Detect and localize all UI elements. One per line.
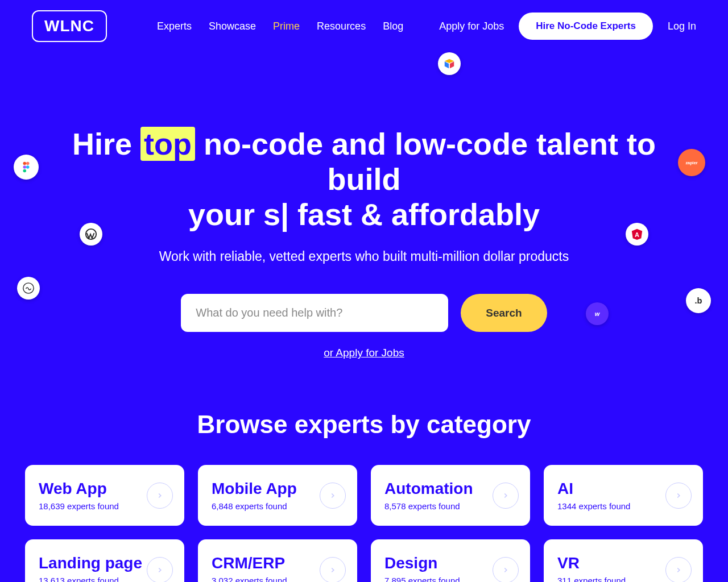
svg-point-7 (23, 169, 27, 173)
svg-text:.b: .b (694, 296, 702, 305)
hero-post: no-code and low-code talent to build (204, 127, 656, 196)
hero-highlight: top (140, 127, 195, 161)
category-card[interactable]: Web App18,639 experts found (25, 465, 184, 526)
tilda-icon (17, 277, 40, 300)
category-card[interactable]: Automation8,578 experts found (371, 465, 530, 526)
svg-text:w: w (595, 310, 601, 317)
chevron-right-icon (665, 483, 692, 509)
airtable-icon (438, 52, 461, 75)
category-card[interactable]: CRM/ERP3,032 experts found (198, 539, 357, 582)
primary-nav: Experts Showcase Prime Resources Blog (157, 20, 403, 32)
svg-text:A: A (635, 231, 639, 238)
category-card[interactable]: AI1344 experts found (544, 465, 703, 526)
hero-pre: Hire (72, 127, 132, 161)
typing-cursor: | (280, 197, 289, 231)
chevron-right-icon (320, 483, 346, 509)
chevron-right-icon (147, 557, 173, 582)
category-card[interactable]: Landing page13,613 experts found (25, 539, 184, 582)
zapier-icon: zapier (678, 149, 705, 176)
chevron-right-icon (493, 557, 519, 582)
hero-line2-post: fast & affordably (289, 197, 540, 231)
bubble-icon: .b (686, 288, 711, 313)
header-right: Apply for Jobs Hire No-Code Experts Log … (439, 13, 696, 40)
search-button[interactable]: Search (461, 294, 547, 332)
svg-text:zapier: zapier (685, 160, 697, 165)
nav-prime[interactable]: Prime (273, 20, 300, 32)
nav-experts[interactable]: Experts (157, 20, 192, 32)
search-row: Search (51, 294, 677, 332)
figma-icon (14, 155, 39, 180)
apply-jobs-link[interactable]: Apply for Jobs (439, 20, 504, 32)
svg-point-6 (26, 165, 30, 169)
chevron-right-icon (493, 483, 519, 509)
chevron-right-icon (665, 557, 692, 582)
chevron-right-icon (147, 483, 173, 509)
hero-section: zapier A .b w Hire top no-code and low-c… (0, 126, 728, 359)
apply-jobs-hero-link[interactable]: or Apply for Jobs (324, 347, 404, 359)
hero-subtitle: Work with reliable, vetted experts who b… (51, 249, 677, 264)
login-link[interactable]: Log In (668, 20, 696, 32)
webflow-icon: w (586, 302, 609, 325)
chevron-right-icon (320, 557, 346, 582)
category-card[interactable]: VR311 experts found (544, 539, 703, 582)
svg-point-3 (23, 162, 27, 165)
hero-line2-pre: your s (188, 197, 280, 231)
angular-icon: A (626, 223, 648, 246)
site-header: WLNC Experts Showcase Prime Resources Bl… (0, 0, 728, 52)
nav-showcase[interactable]: Showcase (209, 20, 256, 32)
wordpress-icon (80, 223, 102, 246)
svg-point-4 (26, 162, 30, 165)
categories-grid: Web App18,639 experts foundMobile App6,8… (0, 439, 728, 582)
categories-heading: Browse experts by category (0, 410, 728, 439)
brand-logo[interactable]: WLNC (32, 10, 107, 42)
nav-blog[interactable]: Blog (383, 20, 403, 32)
nav-resources[interactable]: Resources (317, 20, 366, 32)
category-card[interactable]: Design7,895 experts found (371, 539, 530, 582)
search-input[interactable] (181, 294, 448, 332)
hire-experts-button[interactable]: Hire No-Code Experts (519, 13, 653, 40)
svg-point-5 (23, 165, 27, 169)
hero-headline: Hire top no-code and low-code talent to … (51, 126, 677, 232)
category-card[interactable]: Mobile App6,848 experts found (198, 465, 357, 526)
